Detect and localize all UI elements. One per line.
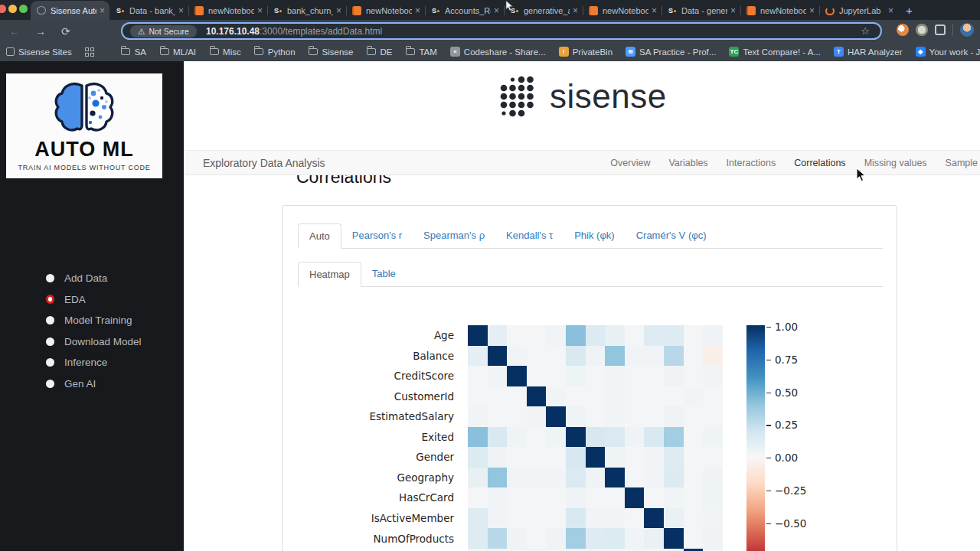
- globe-favicon: [37, 6, 46, 15]
- radio-icon: [46, 380, 54, 388]
- nav-link-missing-values[interactable]: Missing values: [864, 158, 927, 168]
- tab-separator: [346, 6, 347, 15]
- notebook-favicon: [194, 6, 204, 15]
- sisense-favicon: S: [116, 6, 125, 15]
- nav-link-correlations[interactable]: Correlations: [794, 158, 845, 168]
- tab-kendall-s-[interactable]: Kendall's τ: [495, 223, 564, 249]
- url-host: 10.176.10.48: [206, 26, 260, 37]
- extension-icon[interactable]: [916, 24, 928, 36]
- bookmark-star-icon[interactable]: ☆: [861, 25, 870, 37]
- radio-icon: [46, 274, 54, 282]
- bookmark-item[interactable]: SA: [121, 47, 146, 57]
- bookmark-item[interactable]: THAR Analyzer: [834, 47, 903, 57]
- bookmark-item[interactable]: TCText Compare! - A...: [729, 47, 821, 57]
- extensions-menu-icon[interactable]: [935, 24, 946, 35]
- bookmark-item[interactable]: DE: [366, 47, 392, 57]
- tab-label: newNotebook: [603, 6, 648, 15]
- browser-tab[interactable]: Sgenerative_ai×: [504, 2, 583, 20]
- tab-close-icon[interactable]: ×: [336, 5, 341, 16]
- sidebar-item-inference[interactable]: Inference: [0, 352, 184, 373]
- eda-navbar-brand[interactable]: Exploratory Data Analysis: [203, 157, 325, 169]
- nav-link-interactions[interactable]: Interactions: [727, 158, 776, 168]
- tab-close-icon[interactable]: ×: [888, 5, 893, 16]
- nav-link-overview[interactable]: Overview: [610, 158, 650, 168]
- radio-icon: [46, 337, 54, 346]
- tab-table[interactable]: Table: [361, 262, 407, 287]
- sidebar-item-eda[interactable]: EDA: [0, 289, 184, 311]
- bookmark-item[interactable]: TAM: [405, 47, 436, 57]
- back-icon[interactable]: ←: [9, 25, 20, 37]
- tab-separator: [425, 6, 426, 15]
- minimize-window-button[interactable]: [8, 5, 17, 13]
- bookmark-label: PrivateBin: [573, 47, 612, 57]
- forward-icon[interactable]: →: [35, 25, 46, 37]
- notebook-favicon: [746, 6, 756, 15]
- tab-label: newNotebook: [366, 6, 412, 15]
- bookmark-item[interactable]: !PrivateBin: [559, 47, 612, 57]
- browser-tab[interactable]: newNotebook×: [188, 2, 267, 20]
- sidebar-item-label: Download Model: [64, 336, 142, 347]
- correlations-card: AutoPearson's rSpearman's ρKendall's τPh…: [282, 205, 897, 551]
- bookmark-item[interactable]: [85, 47, 95, 57]
- bookmark-item[interactable]: «Codeshare - Share...: [450, 47, 546, 57]
- sidebar-item-add-data[interactable]: Add Data: [0, 268, 184, 289]
- tab-separator: [583, 6, 583, 15]
- bookmark-item[interactable]: ML/AI: [159, 47, 196, 57]
- tab-close-icon[interactable]: ×: [257, 5, 263, 16]
- browser-tab[interactable]: Sisense AutoM×: [31, 1, 109, 20]
- codeshare-icon: «: [450, 47, 460, 57]
- not-secure-badge[interactable]: ⚠ Not Secure: [130, 25, 197, 37]
- tab-auto[interactable]: Auto: [298, 223, 341, 249]
- tab-close-icon[interactable]: ×: [100, 5, 105, 16]
- tab-close-icon[interactable]: ×: [494, 5, 499, 16]
- zoom-window-button[interactable]: [19, 5, 28, 13]
- bookmark-label: TAM: [419, 47, 436, 57]
- tab-label: bank_churn_b: [287, 6, 333, 15]
- tab-spearman-s-[interactable]: Spearman's ρ: [413, 223, 495, 249]
- browser-tab[interactable]: SData - generat×: [662, 2, 740, 20]
- sidebar-item-gen-ai[interactable]: Gen AI: [0, 373, 184, 395]
- nav-link-variables[interactable]: Variables: [668, 158, 707, 168]
- bookmark-item[interactable]: ◆Your work - JIRA: [916, 47, 980, 57]
- url-text[interactable]: 10.176.10.48:3000/templates/addData.html: [206, 26, 382, 37]
- profile-avatar[interactable]: [960, 23, 974, 37]
- tab-close-icon[interactable]: ×: [573, 5, 578, 16]
- tab-close-icon[interactable]: ×: [809, 5, 815, 16]
- browser-tab[interactable]: SAccounts_Re×: [425, 2, 504, 20]
- radio-icon: [46, 358, 54, 367]
- notebook-favicon: [589, 6, 598, 15]
- tab-close-icon[interactable]: ×: [730, 5, 736, 16]
- textcompare-icon: TC: [729, 47, 739, 57]
- automl-logo-card: AUTO ML TRAIN AI MODELS WITHOUT CODE: [6, 73, 162, 178]
- sidebar-item-download-model[interactable]: Download Model: [0, 331, 184, 353]
- bookmark-item[interactable]: Sisense: [309, 47, 354, 57]
- bookmark-item[interactable]: Python: [254, 47, 296, 57]
- nav-link-sample[interactable]: Sample: [946, 158, 978, 168]
- tab-close-icon[interactable]: ×: [652, 5, 657, 16]
- browser-tab[interactable]: JupyterLab×: [819, 2, 898, 20]
- browser-tab[interactable]: newNotebook×: [740, 2, 819, 20]
- browser-tab[interactable]: Sbank_churn_b×: [267, 2, 346, 20]
- bookmark-item[interactable]: Sisense Sites: [6, 47, 72, 57]
- tab-cram-r-s-v-c-[interactable]: Cramér's V (φc): [626, 223, 717, 249]
- tab-heatmap[interactable]: Heatmap: [298, 262, 361, 287]
- browser-tab[interactable]: newNotebook×: [346, 2, 425, 20]
- reload-icon[interactable]: ⟳: [61, 25, 70, 37]
- tab-close-icon[interactable]: ×: [178, 5, 184, 16]
- tab-pearson-s-r[interactable]: Pearson's r: [341, 223, 413, 249]
- sidebar-item-model-training[interactable]: Model Training: [0, 310, 184, 331]
- bookmark-item[interactable]: ≋SA Practice - Prof...: [626, 47, 716, 57]
- address-bar[interactable]: ⚠ Not Secure 10.176.10.48:3000/templates…: [121, 22, 882, 40]
- tab-separator: [504, 6, 505, 15]
- browser-tabs: Sisense AutoM×SData - bank_c×newNotebook…: [31, 0, 913, 20]
- new-tab-button[interactable]: +: [906, 4, 913, 17]
- tab-close-icon[interactable]: ×: [415, 5, 420, 16]
- bookmark-item[interactable]: Misc: [209, 47, 241, 57]
- not-secure-label: Not Secure: [149, 27, 189, 36]
- browser-tab[interactable]: SData - bank_c×: [109, 2, 188, 20]
- bookmark-label: Codeshare - Share...: [464, 47, 546, 57]
- browser-tab[interactable]: newNotebook×: [583, 2, 662, 20]
- extension-icon[interactable]: [897, 24, 909, 36]
- close-window-button[interactable]: [0, 5, 6, 13]
- tab-phik-k-[interactable]: Phik (φk): [564, 223, 626, 249]
